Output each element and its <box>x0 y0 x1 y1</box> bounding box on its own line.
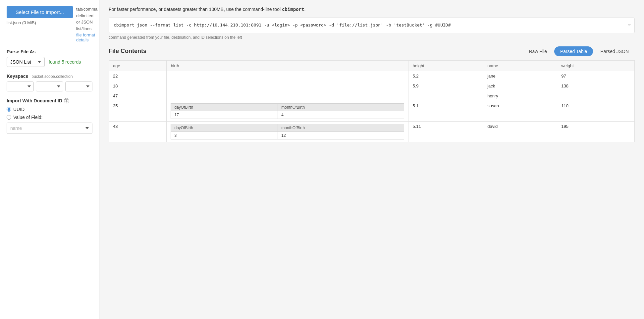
cell-height: 5.2 <box>408 71 483 81</box>
keyspace-section: Keyspace bucket.scope.collection <box>7 74 92 91</box>
nested-cell: 17 <box>171 111 278 119</box>
nested-header: monthOfBirth <box>278 103 404 111</box>
select-file-button[interactable]: Select File to Import... <box>7 6 73 18</box>
command-text: cbimport json --format list -c http://10… <box>114 23 451 27</box>
field-label: Value of Field: <box>13 115 42 120</box>
found-records-badge: found 5 records <box>49 59 81 65</box>
command-note: command generated from your file, destin… <box>109 35 635 40</box>
collection-select[interactable] <box>65 81 92 91</box>
parse-file-as-label: Parse File As <box>7 49 92 54</box>
left-panel: Select File to Import... list.json (0 Mi… <box>0 0 99 319</box>
view-tabs: Raw File Parsed Table Parsed JSON <box>523 46 635 56</box>
nested-cell: 4 <box>278 111 404 119</box>
uuid-label: UUID <box>13 107 25 112</box>
table-row: 185.9jack138 <box>109 81 635 91</box>
cell-birth <box>167 91 408 101</box>
cell-weight: 138 <box>557 81 635 91</box>
field-name-select[interactable]: name <box>7 123 92 134</box>
cell-name: jack <box>483 81 557 91</box>
cell-age: 18 <box>109 81 167 91</box>
table-row: 35dayOfBirthmonthOfBirth1745.1susan110 <box>109 101 635 121</box>
cell-age: 22 <box>109 71 167 81</box>
nested-header: dayOfBirth <box>171 103 278 111</box>
parse-file-as-select[interactable]: JSON List CSV TSV JSON Lines <box>7 57 45 67</box>
file-type-hint: tab/comma delimited or JSONlist/lines <box>76 6 97 32</box>
data-table: age birth height name weight 225.2jane97… <box>109 60 635 142</box>
nested-cell: 12 <box>278 132 404 139</box>
cell-height: 5.11 <box>408 121 483 142</box>
table-row: 47henry <box>109 91 635 101</box>
uuid-radio[interactable] <box>7 107 11 112</box>
keyspace-sublabel: bucket.scope.collection <box>31 74 73 79</box>
table-row: 225.2jane97 <box>109 71 635 81</box>
keyspace-label: Keyspace <box>7 74 28 79</box>
command-box: cbimport json --format list -c http://10… <box>109 18 635 33</box>
cell-weight: 97 <box>557 71 635 81</box>
nested-birth-table: dayOfBirthmonthOfBirth312 <box>171 124 404 139</box>
cell-birth: dayOfBirthmonthOfBirth174 <box>167 101 408 121</box>
cell-name: henry <box>483 91 557 101</box>
file-name: list.json (0 MiB) <box>7 20 73 25</box>
scope-select[interactable] <box>36 81 63 91</box>
doc-id-section: Import With Document ID ⓘ UUID Value of … <box>7 98 92 134</box>
col-birth: birth <box>167 60 408 71</box>
cell-height: 5.1 <box>408 101 483 121</box>
cell-height <box>408 91 483 101</box>
cbimport-label: cbimport <box>282 7 304 12</box>
tab-raw-file[interactable]: Raw File <box>523 46 553 56</box>
cell-name: david <box>483 121 557 142</box>
doc-id-label: Import With Document ID <box>7 98 62 103</box>
cell-birth <box>167 81 408 91</box>
edit-icon[interactable]: ✏ <box>628 21 631 28</box>
tab-parsed-json[interactable]: Parsed JSON <box>594 46 635 56</box>
cell-age: 43 <box>109 121 167 142</box>
right-panel: For faster performance, or datasets grea… <box>99 0 644 319</box>
perf-note: For faster performance, or datasets grea… <box>109 6 635 13</box>
field-radio[interactable] <box>7 115 11 120</box>
cell-weight: 195 <box>557 121 635 142</box>
cell-birth: dayOfBirthmonthOfBirth312 <box>167 121 408 142</box>
table-header-row: age birth height name weight <box>109 60 635 71</box>
file-format-link[interactable]: file format details <box>76 32 97 42</box>
bucket-select[interactable] <box>7 81 34 91</box>
info-icon: ⓘ <box>64 98 69 103</box>
cell-name: susan <box>483 101 557 121</box>
col-age: age <box>109 60 167 71</box>
table-wrap: age birth height name weight 225.2jane97… <box>109 60 635 142</box>
cell-weight <box>557 91 635 101</box>
cell-age: 47 <box>109 91 167 101</box>
tab-parsed-table[interactable]: Parsed Table <box>554 46 593 56</box>
file-contents-title: File Contents <box>109 48 146 55</box>
nested-birth-table: dayOfBirthmonthOfBirth174 <box>171 103 404 119</box>
col-weight: weight <box>557 60 635 71</box>
cell-name: jane <box>483 71 557 81</box>
col-height: height <box>408 60 483 71</box>
cell-height: 5.9 <box>408 81 483 91</box>
cell-weight: 110 <box>557 101 635 121</box>
cell-age: 35 <box>109 101 167 121</box>
nested-header: monthOfBirth <box>278 124 404 132</box>
table-row: 43dayOfBirthmonthOfBirth3125.11david195 <box>109 121 635 142</box>
col-name: name <box>483 60 557 71</box>
nested-header: dayOfBirth <box>171 124 278 132</box>
cell-birth <box>167 71 408 81</box>
nested-cell: 3 <box>171 132 278 139</box>
